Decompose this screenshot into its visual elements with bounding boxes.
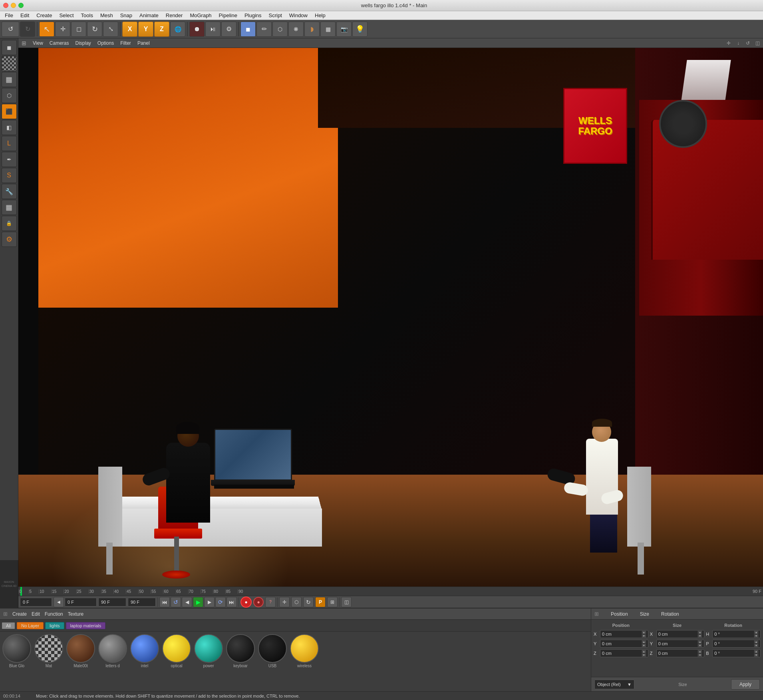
auto-key-button[interactable]: ? bbox=[265, 597, 276, 607]
material-item-optical[interactable]: optical bbox=[162, 634, 191, 668]
loop-frame-field[interactable]: 90 F bbox=[128, 598, 156, 607]
record-button[interactable]: ⏺ bbox=[189, 22, 205, 37]
timeline-button[interactable]: ⏯ bbox=[205, 22, 221, 37]
viewport-display-menu[interactable]: Display bbox=[75, 40, 91, 46]
select-tool-button[interactable]: ↖ bbox=[39, 22, 54, 37]
size-x-input[interactable]: 0 cm ▲ ▼ bbox=[656, 630, 705, 638]
step-forward-button[interactable]: ▶ bbox=[204, 597, 215, 607]
rot-p-stepper[interactable]: ▲ ▼ bbox=[754, 640, 759, 647]
filter-nolayer-button[interactable]: No Layer bbox=[17, 622, 44, 629]
move-tool-button[interactable]: ✛ bbox=[55, 22, 70, 37]
polygon-mode-button[interactable]: ▦ bbox=[2, 72, 17, 87]
param-key-button[interactable]: P bbox=[315, 597, 326, 607]
world-axis-button[interactable]: 🌐 bbox=[170, 22, 185, 37]
material-item-mat[interactable]: Mat bbox=[34, 634, 63, 668]
menu-select[interactable]: Select bbox=[56, 12, 77, 19]
move-key-button[interactable]: ✛ bbox=[279, 597, 290, 607]
size-z-up[interactable]: ▲ bbox=[697, 650, 702, 653]
record-all-button[interactable]: ● bbox=[253, 597, 264, 607]
pos-y-input[interactable]: 0 cm ▲ ▼ bbox=[600, 640, 648, 648]
size-z-down[interactable]: ▼ bbox=[697, 653, 702, 657]
render-view-button[interactable]: ◫ bbox=[341, 597, 352, 607]
viewport-filter-menu[interactable]: Filter bbox=[120, 40, 131, 46]
size-z-stepper[interactable]: ▲ ▼ bbox=[697, 650, 702, 657]
rot-b-down[interactable]: ▼ bbox=[754, 653, 759, 657]
rotate-key-button[interactable]: ↻ bbox=[303, 597, 314, 607]
coord-system-dropdown[interactable]: Object (Rel) ▼ bbox=[594, 680, 634, 689]
edge-mode-button[interactable]: ⬡ bbox=[2, 88, 17, 103]
pen-button[interactable]: ✒ bbox=[2, 152, 17, 167]
redo-button[interactable]: ↻ bbox=[20, 22, 35, 37]
rot-p-input[interactable]: 0 ° ▲ ▼ bbox=[712, 640, 761, 648]
viewport-refresh-icon[interactable]: ↺ bbox=[744, 40, 752, 47]
menu-tools[interactable]: Tools bbox=[78, 12, 96, 19]
rot-h-down[interactable]: ▼ bbox=[754, 634, 759, 638]
camera-button[interactable]: 📷 bbox=[336, 22, 352, 37]
x-axis-button[interactable]: X bbox=[122, 22, 137, 37]
material-edit-menu[interactable]: Edit bbox=[32, 611, 40, 617]
timeline-track[interactable]: 0 5 10 15 20 25 30 35 40 45 50 55 60 65 … bbox=[18, 587, 763, 596]
texture-mode-button[interactable] bbox=[2, 56, 17, 71]
offset-frame-field[interactable]: 0 F bbox=[65, 598, 97, 607]
material-function-menu[interactable]: Function bbox=[45, 611, 63, 617]
rot-h-input[interactable]: 0 ° ▲ ▼ bbox=[712, 630, 761, 638]
size-y-input[interactable]: 0 cm ▲ ▼ bbox=[656, 640, 705, 648]
null-button[interactable]: L bbox=[2, 136, 17, 151]
pos-x-input[interactable]: 0 cm ▲ ▼ bbox=[600, 630, 648, 638]
prop-tab-size[interactable]: Size bbox=[640, 611, 649, 617]
z-axis-button[interactable]: Z bbox=[154, 22, 169, 37]
grid-button[interactable]: ▦ bbox=[320, 22, 336, 37]
material-create-menu[interactable]: Create bbox=[12, 611, 27, 617]
object-mode-button[interactable]: ◼ bbox=[2, 40, 17, 55]
menu-mesh[interactable]: Mesh bbox=[97, 12, 116, 19]
perspective-button[interactable]: ◼ bbox=[240, 22, 256, 37]
sculpt-button[interactable]: S bbox=[2, 168, 17, 183]
viewport-panel-menu[interactable]: Panel bbox=[137, 40, 150, 46]
size-x-down[interactable]: ▼ bbox=[697, 634, 702, 638]
pos-z-input[interactable]: 0 cm ▲ ▼ bbox=[600, 649, 648, 657]
material-item-letters[interactable]: letters d bbox=[98, 634, 127, 668]
menu-snap[interactable]: Snap bbox=[117, 12, 135, 19]
apply-button[interactable]: Apply bbox=[731, 679, 760, 690]
material-item-blueglo[interactable]: Blue Glo bbox=[2, 634, 31, 668]
material-item-intel[interactable]: intel bbox=[130, 634, 159, 668]
menu-edit[interactable]: Edit bbox=[17, 12, 32, 19]
prop-tab-rotation[interactable]: Rotation bbox=[661, 611, 679, 617]
light-button[interactable]: 💡 bbox=[352, 22, 368, 37]
maximize-button[interactable] bbox=[18, 3, 24, 8]
pos-z-down[interactable]: ▼ bbox=[642, 653, 646, 657]
scale-key-button[interactable]: ⬡ bbox=[291, 597, 302, 607]
filter-all-button[interactable]: All bbox=[2, 622, 15, 629]
menu-file[interactable]: File bbox=[2, 12, 16, 19]
material-texture-menu[interactable]: Texture bbox=[68, 611, 83, 617]
loop-button[interactable]: ↺ bbox=[171, 597, 181, 607]
lock-button[interactable]: 🔒 bbox=[2, 216, 17, 231]
rotate-object-button[interactable]: ◻ bbox=[71, 22, 86, 37]
material-item-power[interactable]: power bbox=[194, 634, 223, 668]
prev-arrow-button[interactable]: ◀ bbox=[54, 597, 64, 607]
prop-tab-position[interactable]: Position bbox=[611, 611, 628, 617]
undo-button[interactable]: ↺ bbox=[2, 22, 19, 37]
rot-b-input[interactable]: 0 ° ▲ ▼ bbox=[712, 649, 761, 657]
filter-laptop-button[interactable]: laptop materials bbox=[66, 622, 106, 629]
size-x-up[interactable]: ▲ bbox=[697, 630, 702, 634]
rot-p-up[interactable]: ▲ bbox=[754, 640, 759, 644]
solo-mode-button[interactable]: ◧ bbox=[2, 120, 17, 135]
menu-plugins[interactable]: Plugins bbox=[241, 12, 265, 19]
menu-pipeline[interactable]: Pipeline bbox=[216, 12, 240, 19]
menu-create[interactable]: Create bbox=[33, 12, 55, 19]
rotate-tool-button[interactable]: ↻ bbox=[87, 22, 102, 37]
viewport-3d-button[interactable]: ⬡ bbox=[272, 22, 288, 37]
scale-tool-button[interactable]: ⤡ bbox=[103, 22, 118, 37]
deformer-button[interactable]: ❋ bbox=[288, 22, 304, 37]
viewport-options-menu[interactable]: Options bbox=[97, 40, 114, 46]
rot-b-up[interactable]: ▲ bbox=[754, 650, 759, 653]
size-y-up[interactable]: ▲ bbox=[697, 640, 702, 644]
pos-z-up[interactable]: ▲ bbox=[642, 650, 646, 653]
menu-window[interactable]: Window bbox=[286, 12, 311, 19]
viewport-layout-icon[interactable]: ◫ bbox=[753, 40, 761, 47]
rot-b-stepper[interactable]: ▲ ▼ bbox=[754, 650, 759, 657]
y-axis-button[interactable]: Y bbox=[138, 22, 153, 37]
go-to-end-button[interactable]: ⏭ bbox=[227, 597, 237, 607]
material-item-keyboard[interactable]: keyboar bbox=[226, 634, 255, 668]
